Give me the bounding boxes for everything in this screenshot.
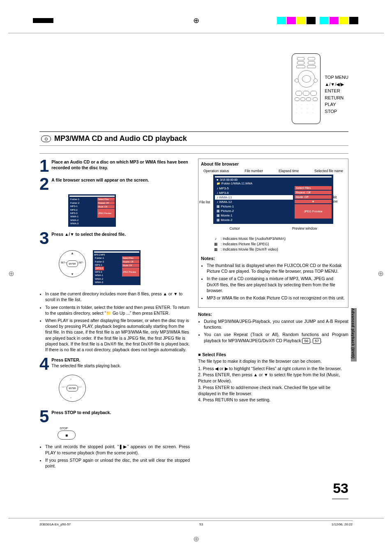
step-1: 1 Place an Audio CD or a disc on which M…: [39, 159, 190, 173]
step-1-num: 1: [39, 159, 49, 173]
step-1-text: Place an Audio CD or a disc on which MP3…: [51, 159, 190, 173]
note: MP3 or WMA file on the Kodak Picture CD …: [207, 295, 346, 301]
label-arrows: ▲/▼/◀/▶: [325, 81, 348, 88]
select-files-head: Select Files: [198, 352, 348, 357]
cd-icon: [41, 136, 51, 142]
side-tab-label: Advanced playback (DVD): [351, 308, 355, 359]
file-list: ♪ MP3-5 ♪ MP3-6 ♪ WMA-11 ♪ WMA-12 ▦ Pict…: [215, 186, 293, 222]
footer-left: 2I30301A-En_p50-57: [39, 523, 71, 526]
remote-diagram: ○ ○ ○ ○ ○ ○ ○ ○ ○ ○ ○ ○ TOP MENU ▲/▼/◀/▶…: [39, 53, 348, 124]
select-files-steps: 1. Press ◀ or ▶ to highlight “Select Fil…: [198, 366, 348, 403]
step-4-sub: The selected file starts playing back.: [51, 363, 121, 368]
notes-head-2: Notes:: [198, 312, 348, 317]
label-play: PLAY: [325, 101, 348, 108]
target-left: ⊕: [8, 269, 14, 278]
browser-notes: The thumbnail list is displayed when the…: [201, 263, 346, 301]
legend-movie: ▦: Indicates Movie file (DivX® video): [213, 247, 346, 251]
step-5-notes: The unit records the stopped point. “❚▶”…: [39, 444, 190, 469]
color-bars: [277, 17, 359, 24]
anno-preview-window: Preview window: [292, 226, 317, 230]
legend-music: ♪: Indicates Music file (Audio/MP3/WMA): [213, 237, 346, 241]
step-4-title: Press ENTER.: [51, 357, 121, 363]
registration-mark-bottom: ⊕: [193, 534, 199, 543]
remote-button-labels: TOP MENU ▲/▼/◀/▶ ENTER RETURN PLAY STOP: [325, 53, 348, 124]
select-files-intro: The file type to make it display in the …: [198, 358, 348, 364]
toolkit-window: Select Files Repeat :Off Mode :Off ▼ JPE…: [295, 186, 332, 222]
browser-title: About file browser: [201, 161, 346, 166]
anno-selected-file: Selected file name: [314, 169, 343, 173]
navpad-illustration: ▲ ▼ SET + SET - ENTER: [56, 250, 89, 279]
general-notes: During MP3/WMA/JPEG-Playback, you cannot…: [198, 318, 348, 344]
label-stop: STOP: [325, 108, 348, 115]
crop-marks: ⊕: [0, 12, 392, 29]
note: The unit records the stopped point. “❚▶”…: [45, 444, 190, 455]
page-ref: 56: [302, 338, 310, 344]
step-2-num: 2: [39, 177, 49, 191]
note: During MP3/WMA/JPEG-Playback, you cannot…: [204, 318, 348, 330]
remote-outline: ○ ○ ○ ○ ○ ○ ○ ○ ○ ○ ○ ○: [292, 53, 321, 124]
header-rule: [8, 33, 384, 33]
section-title-bar: MP3/WMA CD and Audio CD playback: [39, 131, 348, 146]
label-enter: ENTER: [325, 88, 348, 94]
anno-operation-status: Operation status: [203, 169, 229, 173]
notes-head-1: Notes:: [201, 256, 346, 261]
step-5: 5 Press STOP to end playback.: [39, 409, 190, 424]
mini-browser-2: MP3-2.MP3 Folder-1 Folder-2 MP3-1 MP3-2 …: [93, 250, 141, 285]
footer: 2I30301A-En_p50-57 53 1/12/06, 20:22: [39, 520, 353, 526]
note: In case the current directory includes m…: [45, 291, 190, 302]
note: When PLAY is pressed after displaying fi…: [45, 318, 190, 352]
label-return: RETURN: [325, 94, 348, 101]
note: To see contents in folder, select the fo…: [45, 304, 190, 316]
step-5-text: Press STOP to end playback.: [51, 409, 111, 424]
footer-right: 1/12/06, 20:22: [332, 523, 353, 526]
step-5-num: 5: [39, 409, 49, 424]
note: In the case of a CD containing a mixture…: [207, 276, 346, 293]
mark-left: [33, 18, 53, 23]
target-right: ⊕: [378, 269, 384, 278]
step-3-notes: In case the current directory includes m…: [39, 291, 190, 352]
big-file-browser: ■ 3/15 00:00:00 📁 /Folder-1/WMA-11.WMA ♪…: [213, 175, 333, 224]
anno-cursor: Cursor: [229, 226, 240, 230]
stop-button-illustration: [58, 431, 76, 440]
browser-diagram-box: About file browser Operation status File…: [198, 159, 348, 308]
page-number: 53: [39, 480, 348, 496]
footer-center: 53: [199, 523, 203, 526]
step-4: 4 Press ENTER. The selected file starts …: [39, 357, 190, 371]
step-3-num: 3: [39, 231, 49, 246]
registration-mark: ⊕: [193, 16, 199, 25]
navpad-illustration-2: ▲ ▼ SET + SET - ENTER: [56, 375, 89, 403]
note: If you press STOP again or unload the di…: [45, 457, 190, 469]
step-3-text: Press ▲/▼ to select the desired file.: [51, 231, 126, 246]
legend-picture: ▦: Indicates Picture file (JPEG): [213, 242, 346, 246]
section-title: MP3/WMA CD and Audio CD playback: [54, 134, 187, 143]
note: The thumbnail list is displayed when the…: [207, 263, 346, 274]
step-3: 3 Press ▲/▼ to select the desired file.: [39, 231, 190, 246]
right-column: About file browser Operation status File…: [198, 159, 348, 473]
preview-window: JPEG Preview: [295, 204, 332, 219]
note: You can use Repeat (Track or All), Rando…: [204, 332, 348, 343]
left-column: 1 Place an Audio CD or a disc on which M…: [39, 159, 190, 473]
mini-browser-1: Folder-1 Folder-2 MP3-1 MP3-2 MP3-3 WMA-…: [68, 194, 116, 226]
anno-file-number: File number: [244, 169, 263, 173]
footer-rule: [8, 518, 384, 518]
page-ref: 57: [313, 338, 321, 344]
step-2-text: A file browser screen will appear on the…: [51, 177, 149, 191]
step-4-num: 4: [39, 357, 49, 371]
label-top-menu: TOP MENU: [325, 74, 348, 81]
page-number-rule: [332, 499, 348, 499]
stop-label: STOP: [60, 427, 190, 430]
anno-elapsed-time: Elapsed time: [279, 169, 299, 173]
step-2: 2 A file browser screen will appear on t…: [39, 177, 190, 191]
anno-file-list: File list: [199, 200, 210, 204]
